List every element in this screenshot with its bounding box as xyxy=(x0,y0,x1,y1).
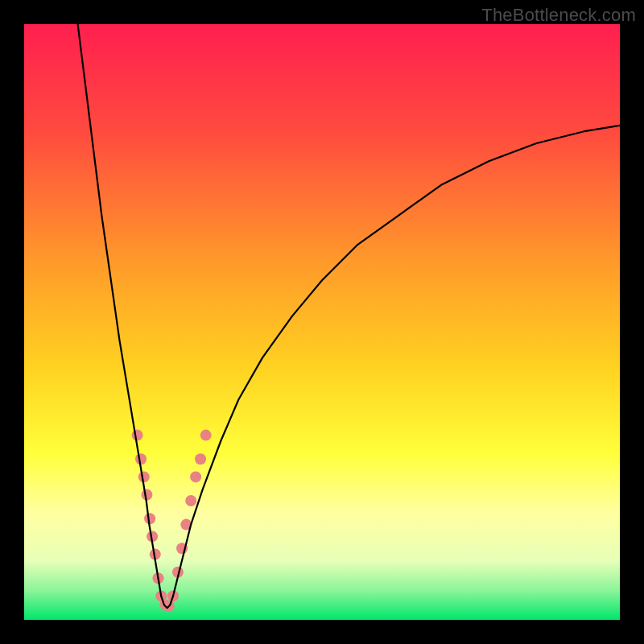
chart-frame: TheBottleneck.com xyxy=(0,0,644,644)
series-left-branch xyxy=(78,24,162,596)
marker-dot xyxy=(185,495,196,506)
series-lines xyxy=(78,24,620,608)
marker-dot xyxy=(141,489,152,501)
plot-area xyxy=(24,24,620,620)
marker-dot xyxy=(190,471,201,482)
series-right-branch xyxy=(173,126,620,597)
marker-dot xyxy=(195,453,206,464)
marker-dot xyxy=(135,453,147,464)
curve-layer xyxy=(24,24,620,620)
marker-dot xyxy=(132,430,143,441)
marker-dot xyxy=(200,430,212,441)
watermark-text: TheBottleneck.com xyxy=(481,5,636,26)
marker-dot xyxy=(138,471,150,482)
highlight-dots xyxy=(132,430,212,612)
